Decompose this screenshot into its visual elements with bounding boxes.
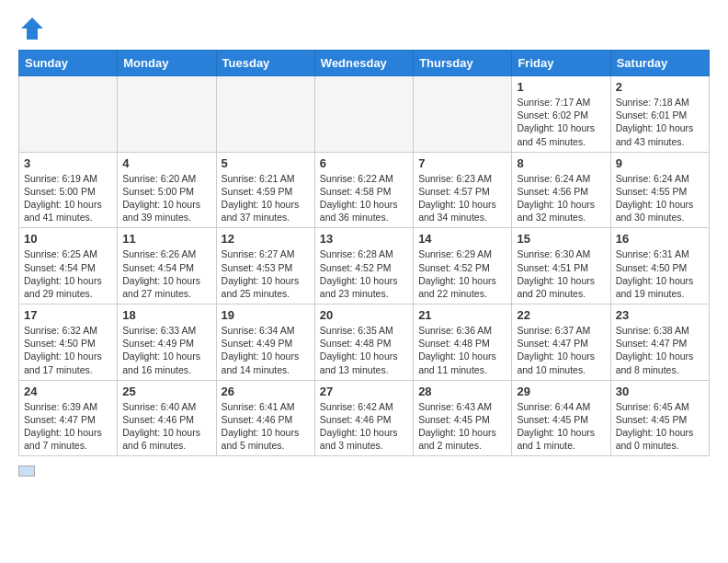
- day-info: Sunrise: 6:32 AM Sunset: 4:50 PM Dayligh…: [24, 324, 112, 376]
- day-info: Sunrise: 6:24 AM Sunset: 4:56 PM Dayligh…: [517, 172, 605, 224]
- legend-color-box: [18, 465, 35, 477]
- calendar-cell-5-3: 26Sunrise: 6:41 AM Sunset: 4:46 PM Dayli…: [216, 380, 314, 456]
- day-info: Sunrise: 6:26 AM Sunset: 4:54 PM Dayligh…: [122, 247, 210, 300]
- calendar-cell-3-4: 13Sunrise: 6:28 AM Sunset: 4:52 PM Dayli…: [314, 228, 413, 304]
- day-number: 1: [517, 80, 605, 94]
- day-number: 29: [517, 385, 605, 398]
- day-number: 20: [320, 308, 408, 322]
- logo: [18, 15, 50, 42]
- day-info: Sunrise: 6:35 AM Sunset: 4:48 PM Dayligh…: [320, 324, 408, 376]
- day-info: Sunrise: 6:29 AM Sunset: 4:52 PM Dayligh…: [418, 247, 506, 300]
- day-number: 8: [517, 156, 605, 170]
- calendar-cell-2-7: 9Sunrise: 6:24 AM Sunset: 4:55 PM Daylig…: [610, 152, 709, 228]
- header: [18, 15, 710, 42]
- calendar-cell-5-2: 25Sunrise: 6:40 AM Sunset: 4:46 PM Dayli…: [118, 380, 216, 456]
- day-info: Sunrise: 6:24 AM Sunset: 4:55 PM Dayligh…: [616, 172, 704, 224]
- calendar-cell-4-5: 21Sunrise: 6:36 AM Sunset: 4:48 PM Dayli…: [414, 304, 512, 381]
- calendar-cell-2-1: 3Sunrise: 6:19 AM Sunset: 5:00 PM Daylig…: [19, 152, 118, 228]
- day-number: 12: [222, 232, 310, 246]
- day-info: Sunrise: 6:44 AM Sunset: 4:45 PM Dayligh…: [517, 400, 605, 453]
- day-number: 14: [418, 232, 506, 246]
- calendar-cell-1-7: 2Sunrise: 7:18 AM Sunset: 6:01 PM Daylig…: [610, 76, 709, 153]
- calendar-week-4: 17Sunrise: 6:32 AM Sunset: 4:50 PM Dayli…: [19, 304, 710, 381]
- day-number: 17: [24, 308, 112, 322]
- day-info: Sunrise: 6:33 AM Sunset: 4:49 PM Dayligh…: [122, 324, 210, 376]
- day-number: 18: [122, 308, 210, 322]
- day-number: 28: [418, 385, 506, 398]
- calendar-cell-1-4: [314, 76, 413, 153]
- calendar-cell-2-6: 8Sunrise: 6:24 AM Sunset: 4:56 PM Daylig…: [512, 152, 610, 228]
- weekday-header-thursday: Thursday: [414, 51, 512, 76]
- day-number: 27: [320, 385, 408, 398]
- calendar-cell-3-3: 12Sunrise: 6:27 AM Sunset: 4:53 PM Dayli…: [216, 228, 314, 304]
- day-number: 9: [616, 156, 704, 170]
- calendar-cell-4-4: 20Sunrise: 6:35 AM Sunset: 4:48 PM Dayli…: [314, 304, 413, 381]
- calendar-cell-5-4: 27Sunrise: 6:42 AM Sunset: 4:46 PM Dayli…: [314, 380, 413, 456]
- day-info: Sunrise: 7:17 AM Sunset: 6:02 PM Dayligh…: [517, 96, 605, 148]
- calendar-cell-5-5: 28Sunrise: 6:43 AM Sunset: 4:45 PM Dayli…: [414, 380, 512, 456]
- day-number: 3: [24, 156, 112, 170]
- calendar-cell-3-2: 11Sunrise: 6:26 AM Sunset: 4:54 PM Dayli…: [118, 228, 216, 304]
- day-number: 5: [222, 156, 310, 170]
- day-number: 21: [418, 308, 506, 322]
- weekday-header-row: SundayMondayTuesdayWednesdayThursdayFrid…: [19, 51, 710, 76]
- day-info: Sunrise: 6:27 AM Sunset: 4:53 PM Dayligh…: [222, 247, 310, 300]
- day-info: Sunrise: 6:30 AM Sunset: 4:51 PM Dayligh…: [517, 247, 605, 300]
- day-number: 19: [222, 308, 310, 322]
- day-info: Sunrise: 6:31 AM Sunset: 4:50 PM Dayligh…: [616, 247, 704, 300]
- calendar-cell-2-5: 7Sunrise: 6:23 AM Sunset: 4:57 PM Daylig…: [414, 152, 512, 228]
- calendar-week-1: 1Sunrise: 7:17 AM Sunset: 6:02 PM Daylig…: [19, 76, 710, 153]
- logo-icon: [18, 15, 46, 42]
- calendar-week-5: 24Sunrise: 6:39 AM Sunset: 4:47 PM Dayli…: [19, 380, 710, 456]
- calendar-cell-1-6: 1Sunrise: 7:17 AM Sunset: 6:02 PM Daylig…: [512, 76, 610, 153]
- calendar-cell-1-1: [19, 76, 118, 153]
- day-number: 26: [222, 385, 310, 398]
- weekday-header-sunday: Sunday: [19, 51, 118, 76]
- day-number: 2: [616, 80, 704, 94]
- calendar-cell-3-6: 15Sunrise: 6:30 AM Sunset: 4:51 PM Dayli…: [512, 228, 610, 304]
- weekday-header-wednesday: Wednesday: [314, 51, 413, 76]
- day-info: Sunrise: 6:20 AM Sunset: 5:00 PM Dayligh…: [122, 172, 210, 224]
- day-number: 22: [517, 308, 605, 322]
- day-info: Sunrise: 6:34 AM Sunset: 4:49 PM Dayligh…: [222, 324, 310, 376]
- calendar-cell-1-2: [118, 76, 216, 153]
- day-info: Sunrise: 6:45 AM Sunset: 4:45 PM Dayligh…: [616, 400, 704, 453]
- day-number: 13: [320, 232, 408, 246]
- calendar-cell-5-1: 24Sunrise: 6:39 AM Sunset: 4:47 PM Dayli…: [19, 380, 118, 456]
- calendar-cell-3-1: 10Sunrise: 6:25 AM Sunset: 4:54 PM Dayli…: [19, 228, 118, 304]
- day-number: 6: [320, 156, 408, 170]
- day-number: 24: [24, 385, 112, 398]
- day-info: Sunrise: 6:22 AM Sunset: 4:58 PM Dayligh…: [320, 172, 408, 224]
- calendar-cell-2-2: 4Sunrise: 6:20 AM Sunset: 5:00 PM Daylig…: [118, 152, 216, 228]
- day-info: Sunrise: 6:43 AM Sunset: 4:45 PM Dayligh…: [418, 400, 506, 453]
- calendar-cell-3-7: 16Sunrise: 6:31 AM Sunset: 4:50 PM Dayli…: [610, 228, 709, 304]
- calendar-cell-5-6: 29Sunrise: 6:44 AM Sunset: 4:45 PM Dayli…: [512, 380, 610, 456]
- day-info: Sunrise: 6:39 AM Sunset: 4:47 PM Dayligh…: [24, 400, 112, 453]
- day-number: 30: [616, 385, 704, 398]
- svg-marker-0: [21, 17, 43, 40]
- calendar-header: SundayMondayTuesdayWednesdayThursdayFrid…: [19, 51, 710, 76]
- calendar-cell-4-1: 17Sunrise: 6:32 AM Sunset: 4:50 PM Dayli…: [19, 304, 118, 381]
- day-info: Sunrise: 6:36 AM Sunset: 4:48 PM Dayligh…: [418, 324, 506, 376]
- day-info: Sunrise: 6:40 AM Sunset: 4:46 PM Dayligh…: [122, 400, 210, 453]
- day-info: Sunrise: 6:25 AM Sunset: 4:54 PM Dayligh…: [24, 247, 112, 300]
- calendar-cell-4-2: 18Sunrise: 6:33 AM Sunset: 4:49 PM Dayli…: [118, 304, 216, 381]
- calendar-cell-1-5: [414, 76, 512, 153]
- calendar-week-3: 10Sunrise: 6:25 AM Sunset: 4:54 PM Dayli…: [19, 228, 710, 304]
- day-number: 15: [517, 232, 605, 246]
- calendar-cell-4-3: 19Sunrise: 6:34 AM Sunset: 4:49 PM Dayli…: [216, 304, 314, 381]
- day-info: Sunrise: 6:38 AM Sunset: 4:47 PM Dayligh…: [616, 324, 704, 376]
- calendar-cell-3-5: 14Sunrise: 6:29 AM Sunset: 4:52 PM Dayli…: [414, 228, 512, 304]
- day-info: Sunrise: 6:42 AM Sunset: 4:46 PM Dayligh…: [320, 400, 408, 453]
- day-info: Sunrise: 7:18 AM Sunset: 6:01 PM Dayligh…: [616, 96, 704, 148]
- weekday-header-monday: Monday: [118, 51, 216, 76]
- day-info: Sunrise: 6:41 AM Sunset: 4:46 PM Dayligh…: [222, 400, 310, 453]
- day-number: 10: [24, 232, 112, 246]
- day-number: 16: [616, 232, 704, 246]
- calendar-table: SundayMondayTuesdayWednesdayThursdayFrid…: [18, 50, 710, 456]
- calendar-week-2: 3Sunrise: 6:19 AM Sunset: 5:00 PM Daylig…: [19, 152, 710, 228]
- weekday-header-tuesday: Tuesday: [216, 51, 314, 76]
- calendar-cell-4-7: 23Sunrise: 6:38 AM Sunset: 4:47 PM Dayli…: [610, 304, 709, 381]
- calendar-body: 1Sunrise: 7:17 AM Sunset: 6:02 PM Daylig…: [19, 76, 710, 456]
- weekday-header-saturday: Saturday: [610, 51, 709, 76]
